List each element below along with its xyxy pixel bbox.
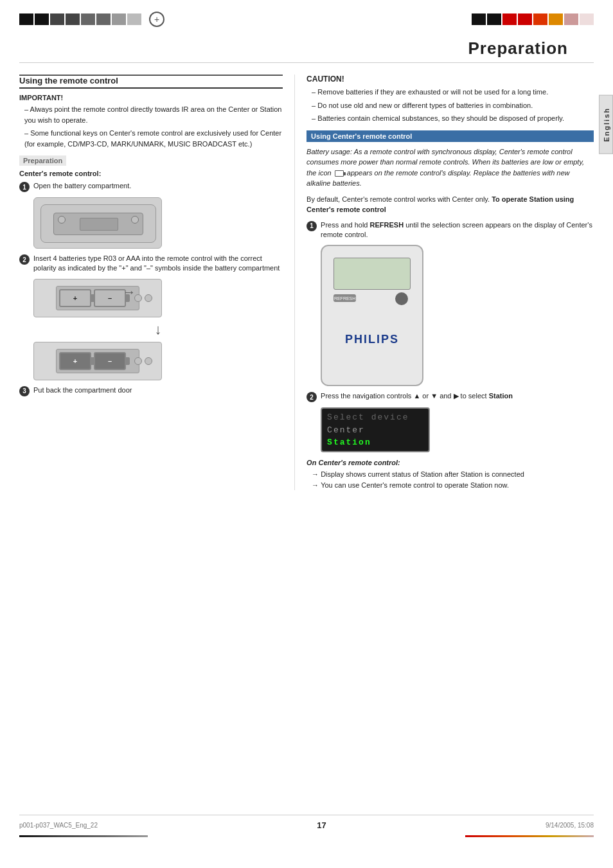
select-device-display: Select device Center Station [321,407,430,452]
battery-cell-inserted: – [94,352,126,370]
center-remote-label: Center's remote control: [19,170,283,177]
bottom-bar-left [19,835,148,837]
top-bar [0,0,613,33]
color-swatch [96,13,111,25]
color-swatch [35,13,49,25]
step-text-2: Insert 4 batteries type R03 or AAA into … [33,254,283,274]
right-step-num-2: 2 [306,392,317,402]
arrow-down-icon: ↓ [19,321,283,338]
philips-remote-display: REFRESH PHILIPS [321,245,423,386]
color-swatch [472,13,486,25]
page-number: 17 [317,820,326,830]
main-content: Using the remote control IMPORTANT! Alwa… [0,68,613,490]
device-row-station: Station [327,438,423,447]
color-swatch [564,13,578,25]
right-step-2: 2 Press the navigation controls ▲ or ▼ a… [306,391,594,402]
right-color-bar [472,13,594,25]
caution-bullet-1: Remove batteries if they are exhausted o… [306,87,594,98]
color-swatch [66,13,80,25]
step-num-2: 2 [19,254,30,265]
step-1: 1 Open the battery compartment. [19,181,283,192]
step-num-3: 3 [19,386,30,396]
arrow-item-1: Display shows current status of Station … [306,469,594,480]
step-3: 3 Put back the compartment door [19,385,283,396]
important-label: IMPORTANT! [19,94,283,102]
battery-cell: + [59,289,91,307]
color-swatch [81,13,95,25]
color-swatch [518,13,532,25]
left-color-bar [19,12,171,27]
color-swatch [549,13,563,25]
color-swatch [502,13,517,25]
footer: p001-p037_WAC5_Eng_22 17 9/14/2005, 15:0… [0,815,613,842]
battery-usage-end: appears on the remote control's display.… [306,169,569,188]
right-step-1: 1 Press and hold REFRESH until the selec… [306,220,594,240]
page-title-area: Preparation [19,33,594,63]
step-text-3: Put back the compartment door [33,385,132,395]
arrow-item-2: You can use Center's remote control to o… [306,480,594,491]
remote-image-open [33,197,162,249]
philips-logo: PHILIPS [345,333,399,346]
battery-cell-inserted: + [59,352,91,370]
step-num-1: 1 [19,182,30,192]
battery-low-icon [335,170,344,177]
bottom-bar-right [465,835,594,837]
default-text: By default, Center's remote control work… [306,194,594,215]
step-text-1: Open the battery compartment. [33,181,131,191]
color-swatch [127,13,141,25]
step-2: 2 Insert 4 batteries type R03 or AAA int… [19,254,283,274]
color-swatch [487,13,501,25]
battery-usage-text: Battery usage: As a remote control with … [306,146,594,189]
philips-screen [333,258,411,290]
color-swatch [533,13,547,25]
preparation-label: Preparation [19,155,66,166]
right-column: CAUTION! Remove batteries if they are ex… [295,75,594,490]
circle-button-display [395,292,408,305]
refresh-button-display: REFRESH [333,294,356,302]
device-row-select: Select device [327,412,423,422]
battery-image-top: + – → [33,279,162,317]
caution-bullet-3: Batteries contain chemical substances, s… [306,113,594,124]
footer-right: 9/14/2005, 15:08 [546,822,594,829]
device-row-center: Center [327,425,423,435]
right-step-num-1: 1 [306,221,317,231]
circle-cross-icon [149,12,164,27]
color-swatch [50,13,64,25]
color-swatch [19,13,33,25]
bullet-item-1: Always point the remote control directly… [19,104,283,125]
color-swatch [580,13,594,25]
using-center-label: Using Center's remote control [306,130,594,142]
page-title: Preparation [468,39,569,58]
color-swatch [112,13,126,25]
bullet-item-2: Some functional keys on Center's remote … [19,128,283,149]
operate-label: To operate Station using Center's remote… [306,195,574,214]
battery-image-bottom: + – [33,342,162,380]
section-title: Using the remote control [19,75,283,89]
caution-label: CAUTION! [306,75,594,84]
battery-cell: – [94,289,126,307]
language-tab: English [599,95,613,154]
on-center-label: On Center's remote control: [306,459,594,466]
caution-bullet-2: Do not use old and new or different type… [306,100,594,111]
left-column: Using the remote control IMPORTANT! Alwa… [19,75,295,490]
footer-left: p001-p037_WAC5_Eng_22 [19,822,98,829]
right-step-text-1: Press and hold REFRESH until the selecti… [321,220,594,240]
right-step-text-2: Press the navigation controls ▲ or ▼ and… [321,391,513,401]
